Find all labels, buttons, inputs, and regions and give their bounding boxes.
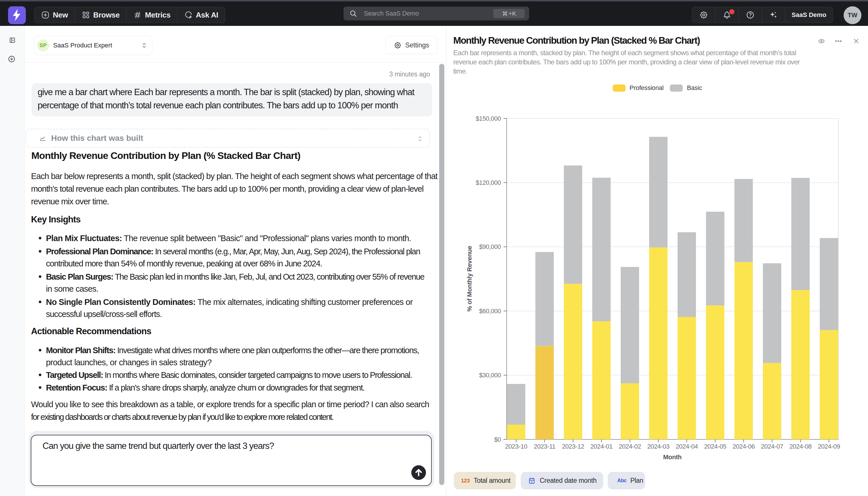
svg-text:$150,000: $150,000 [476, 115, 501, 122]
svg-text:2024-08: 2024-08 [789, 443, 812, 450]
svg-text:2024-02: 2024-02 [619, 443, 641, 450]
svg-text:2023-12: 2023-12 [562, 443, 584, 450]
svg-text:2024-09: 2024-09 [818, 443, 840, 450]
svg-text:2024-04: 2024-04 [676, 443, 698, 450]
svg-text:$60,000: $60,000 [479, 308, 501, 315]
svg-text:$0: $0 [494, 436, 501, 443]
svg-text:2023-10: 2023-10 [505, 443, 527, 450]
svg-text:2024-05: 2024-05 [704, 443, 726, 450]
svg-text:2023-11: 2023-11 [534, 443, 556, 450]
svg-text:$120,000: $120,000 [476, 179, 501, 186]
svg-text:Month: Month [663, 453, 681, 461]
svg-text:2024-03: 2024-03 [647, 443, 670, 450]
svg-text:$90,000: $90,000 [479, 243, 501, 250]
svg-text:2024-06: 2024-06 [733, 443, 755, 450]
svg-text:$30,000: $30,000 [479, 372, 501, 379]
svg-text:% of Monthly Revenue: % of Monthly Revenue [466, 246, 473, 312]
svg-text:2024-07: 2024-07 [761, 443, 783, 450]
svg-text:2024-01: 2024-01 [590, 443, 613, 450]
